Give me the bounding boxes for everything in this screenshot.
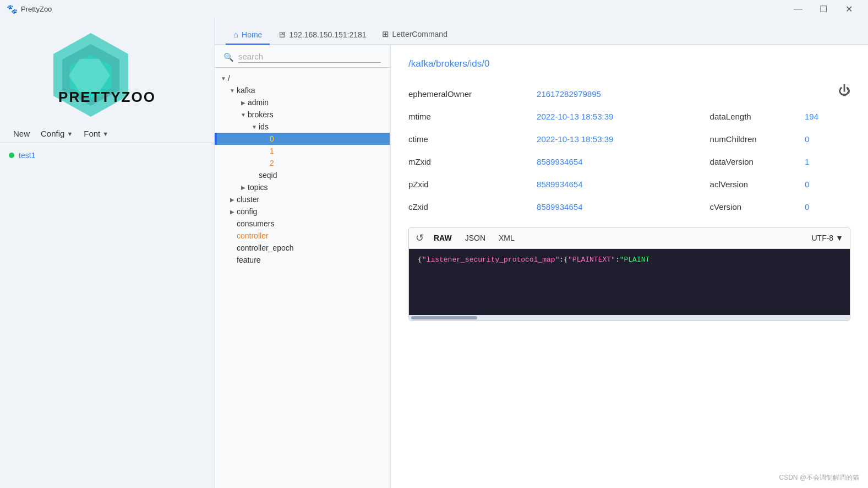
font-arrow-icon: ▼ — [102, 131, 108, 137]
tab-server[interactable]: 🖥 192.168.150.151:2181 — [270, 25, 374, 45]
label-dataVersion: dataVersion — [710, 150, 805, 173]
code-content[interactable]: {"listener_security_protocol_map":{"PLAI… — [409, 249, 850, 315]
label-cVersion: cVersion — [710, 196, 805, 218]
tree-node-consumers[interactable]: consumers — [215, 218, 390, 230]
code-encoding-selector[interactable]: UTF-8 ▼ — [811, 234, 843, 242]
tree-node-feature[interactable]: feature — [215, 254, 390, 266]
node-label-feature: feature — [237, 256, 261, 264]
logo-container: PRETTYZOO — [47, 29, 168, 117]
connection-item-test1[interactable]: test1 — [9, 149, 205, 162]
tab-home-label: Home — [242, 30, 262, 39]
detail-pane: ⏻ /kafka/brokers/ids/0 ephemeralOwner 21… — [391, 45, 868, 488]
maximize-button[interactable]: ☐ — [811, 0, 836, 18]
label-dataLength: dataLength — [710, 105, 805, 128]
node-label-root: / — [228, 74, 230, 83]
tab-bar: ⌂ Home 🖥 192.168.150.151:2181 ⊞ LetterCo… — [215, 18, 868, 45]
title-bar-controls: — ☐ ✕ — [785, 0, 861, 18]
title-bar-left: 🐾 PrettyZoo — [7, 4, 52, 14]
tree-arrow-topics: ▶ — [239, 185, 248, 191]
watermark: CSDN @不会调制解调的猫 — [779, 473, 859, 482]
tree-pane: 🔍 ▼ / ▼ kafka — [215, 45, 391, 488]
node-label-ids: ids — [259, 122, 269, 131]
label-ephemeralOwner: ephemeralOwner — [408, 83, 537, 105]
label-cZxid: cZxid — [408, 196, 537, 218]
config-label: Config — [41, 129, 64, 138]
tree-node-root[interactable]: ▼ / — [215, 72, 390, 84]
tree-node-brokers[interactable]: ▼ brokers — [215, 109, 390, 121]
connection-label: test1 — [19, 151, 35, 160]
node-label-0: 0 — [270, 134, 274, 143]
code-scrollbar-thumb — [411, 316, 477, 319]
node-label-2: 2 — [270, 159, 274, 167]
tree-arrow-brokers: ▼ — [239, 112, 248, 118]
code-format-raw-button[interactable]: RAW — [430, 232, 455, 243]
tree-arrow-kafka: ▼ — [228, 88, 237, 94]
encoding-arrow-icon: ▼ — [836, 234, 843, 242]
node-label-admin: admin — [248, 98, 269, 107]
node-label-1: 1 — [270, 147, 274, 155]
home-icon: ⌂ — [233, 30, 238, 39]
code-scrollbar[interactable] — [409, 315, 850, 321]
node-label-controller: controller — [237, 231, 269, 240]
code-brace-open: { — [418, 256, 422, 264]
tab-lettercommand[interactable]: ⊞ LetterCommand — [374, 25, 455, 45]
label-ctime: ctime — [408, 128, 537, 150]
tree-node-kafka[interactable]: ▼ kafka — [215, 84, 390, 96]
tree-node-admin[interactable]: ▶ admin — [215, 96, 390, 109]
label-aclVersion: aclVersion — [710, 173, 805, 196]
code-format-xml-button[interactable]: XML — [495, 232, 518, 243]
code-refresh-button[interactable]: ↺ — [416, 232, 424, 244]
minimize-button[interactable]: — — [785, 0, 811, 18]
tree-node-seqid[interactable]: seqid — [215, 169, 390, 181]
new-button[interactable]: New — [9, 127, 34, 140]
config-button[interactable]: Config ▼ — [36, 127, 77, 140]
config-arrow-icon: ▼ — [67, 131, 73, 137]
font-button[interactable]: Font ▼ — [79, 127, 113, 140]
tree-node-0[interactable]: 0 — [215, 133, 390, 145]
sidebar-toolbar: New Config ▼ Font ▼ — [0, 122, 214, 143]
tree-node-config[interactable]: ▶ config — [215, 205, 390, 218]
tree-node-1[interactable]: 1 — [215, 145, 390, 157]
code-colon: :{ — [559, 256, 568, 264]
close-button[interactable]: ✕ — [836, 0, 861, 18]
power-button[interactable]: ⏻ — [838, 84, 850, 98]
label-mZxid: mZxid — [408, 150, 537, 173]
detail-path: /kafka/brokers/ids/0 — [408, 58, 850, 69]
app-title: PrettyZoo — [21, 5, 52, 13]
value-ctime: 2022-10-13 18:53:39 — [537, 128, 710, 150]
logo-text: PRETTYZOO — [58, 89, 156, 106]
value-dataVersion: 1 — [805, 150, 850, 173]
detail-row-cZxid: cZxid 8589934654 cVersion 0 — [408, 196, 850, 218]
tree-arrow-ids: ▼ — [250, 124, 259, 130]
tree-node-cluster[interactable]: ▶ cluster — [215, 193, 390, 205]
code-toolbar: ↺ RAW JSON XML UTF-8 ▼ — [409, 227, 850, 249]
label-pZxid: pZxid — [408, 173, 537, 196]
search-icon: 🔍 — [223, 52, 234, 62]
code-colon2: : — [615, 256, 620, 264]
sidebar: PRETTYZOO New Config ▼ Font ▼ test1 — [0, 18, 215, 488]
encoding-label: UTF-8 — [811, 234, 833, 242]
code-key2: "PLAINTEXT" — [568, 256, 615, 264]
content-area: ⌂ Home 🖥 192.168.150.151:2181 ⊞ LetterCo… — [215, 18, 868, 488]
tab-home[interactable]: ⌂ Home — [226, 25, 270, 45]
value-ephemeralOwner: 21617282979895 — [537, 83, 850, 105]
search-input[interactable] — [238, 52, 381, 63]
connection-status-dot — [9, 153, 14, 158]
title-bar: 🐾 PrettyZoo — ☐ ✕ — [0, 0, 868, 18]
node-label-consumers: consumers — [237, 219, 274, 228]
tree-arrow-config: ▶ — [228, 209, 237, 215]
tree-node-topics[interactable]: ▶ topics — [215, 181, 390, 193]
detail-row-ephemeral: ephemeralOwner 21617282979895 — [408, 83, 850, 105]
value-aclVersion: 0 — [805, 173, 850, 196]
tree-node-controller-epoch[interactable]: controller_epoch — [215, 242, 390, 254]
code-format-json-button[interactable]: JSON — [462, 232, 489, 243]
tree-node-ids[interactable]: ▼ ids — [215, 121, 390, 133]
server-icon: 🖥 — [277, 30, 286, 39]
detail-row-mtime: mtime 2022-10-13 18:53:39 dataLength 194 — [408, 105, 850, 128]
detail-table: ephemeralOwner 21617282979895 mtime 2022… — [408, 83, 850, 218]
tree-content[interactable]: ▼ / ▼ kafka ▶ admin ▼ — [215, 68, 390, 488]
node-label-cluster: cluster — [237, 195, 259, 204]
tree-node-2[interactable]: 2 — [215, 157, 390, 169]
tree-node-controller[interactable]: controller — [215, 230, 390, 242]
detail-row-ctime: ctime 2022-10-13 18:53:39 numChildren 0 — [408, 128, 850, 150]
